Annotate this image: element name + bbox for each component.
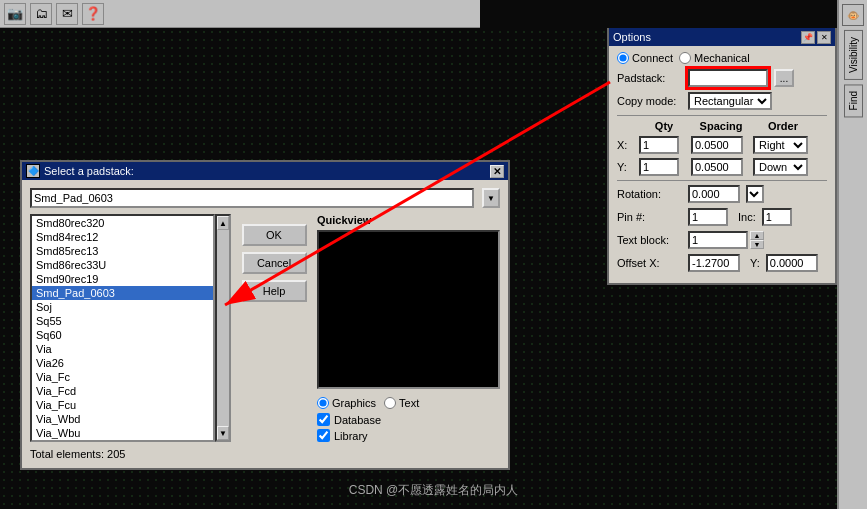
ok-btn[interactable]: OK (242, 224, 307, 246)
list-item[interactable]: Via (32, 342, 213, 356)
combo-input[interactable] (30, 188, 474, 208)
dialog-close-btn[interactable]: ✕ (490, 165, 504, 178)
toolbar-icon-help[interactable]: ❓ (82, 3, 104, 25)
list-item[interactable]: Smd85rec13 (32, 244, 213, 258)
dialog-body: ▼ Smd80rec320 Smd84rec12 Smd85rec13 Smd8… (22, 180, 508, 468)
padstack-list[interactable]: Smd80rec320 Smd84rec12 Smd85rec13 Smd86r… (30, 214, 215, 442)
options-title: Options (613, 31, 651, 43)
list-item[interactable]: Smd80rec320 (32, 216, 213, 230)
scroll-down[interactable]: ▼ (217, 426, 229, 440)
cancel-btn[interactable]: Cancel (242, 252, 307, 274)
options-body: Connect Mechanical Padstack: ... Copy mo… (609, 46, 835, 283)
padstack-browse-btn[interactable]: ... (774, 69, 794, 87)
sidebar-tab-find[interactable]: Find (844, 84, 863, 117)
offset-y-input[interactable] (766, 254, 818, 272)
spacing-header: Spacing (691, 120, 751, 132)
y-row: Y: Down Up (617, 158, 827, 176)
y-order-select[interactable]: Down Up (753, 158, 808, 176)
toolbar-icon-mail[interactable]: ✉ (56, 3, 78, 25)
text-radio-item: Text (384, 397, 419, 409)
quickview-canvas (317, 230, 500, 389)
right-sidebar: 🐵 Visibility Find (837, 0, 867, 509)
combo-arrow-btn[interactable]: ▼ (482, 188, 500, 208)
list-item-selected[interactable]: Smd_Pad_0603 (32, 286, 213, 300)
options-close-btn[interactable]: ✕ (817, 31, 831, 44)
list-item[interactable]: Smd90rec19 (32, 272, 213, 286)
text-block-down[interactable]: ▼ (750, 240, 764, 249)
text-block-up[interactable]: ▲ (750, 231, 764, 240)
qty-header: Qty (639, 120, 689, 132)
offset-y-label: Y: (750, 257, 760, 269)
copy-mode-select[interactable]: Rectangular (688, 92, 772, 110)
total-value: 205 (107, 448, 125, 460)
scroll-up[interactable]: ▲ (217, 216, 229, 230)
rotation-label: Rotation: (617, 188, 682, 200)
inc-label: Inc: (738, 211, 756, 223)
rotation-input[interactable] (688, 185, 740, 203)
options-grid-header: Qty Spacing Order (617, 120, 827, 132)
offset-x-label: Offset X: (617, 257, 682, 269)
toolbar-icon-folder[interactable]: 🗂 (30, 3, 52, 25)
x-qty-input[interactable] (639, 136, 679, 154)
list-item[interactable]: Sq60 (32, 328, 213, 342)
graphics-radio-item: Graphics (317, 397, 376, 409)
quickview-panel: Quickview Graphics Text Database (317, 214, 500, 442)
connect-row: Connect Mechanical (617, 52, 827, 64)
database-label: Database (334, 414, 381, 426)
sidebar-tab-visibility[interactable]: Visibility (844, 30, 863, 80)
list-item[interactable]: Via_Fcu (32, 398, 213, 412)
rotation-select[interactable]: ▼ (746, 185, 764, 203)
offset-x-input[interactable] (688, 254, 740, 272)
text-block-label: Text block: (617, 234, 682, 246)
dialog-title: Select a padstack: (44, 165, 134, 177)
list-item[interactable]: Via26 (32, 356, 213, 370)
connect-radio[interactable] (617, 52, 629, 64)
y-qty-input[interactable] (639, 158, 679, 176)
database-checkbox-item: Database (317, 413, 500, 426)
options-pin-btn[interactable]: 📌 (801, 31, 815, 44)
connect-radio-item: Connect (617, 52, 673, 64)
pin-row: Pin #: Inc: (617, 208, 827, 226)
padstack-input[interactable] (688, 69, 768, 87)
graphics-label: Graphics (332, 397, 376, 409)
list-scrollbar[interactable]: ▲ ▼ (215, 214, 231, 442)
list-item[interactable]: Soj (32, 300, 213, 314)
list-item[interactable]: Via_Wbu (32, 426, 213, 440)
list-item[interactable]: Via_Fc (32, 370, 213, 384)
mechanical-label: Mechanical (694, 52, 750, 64)
list-item[interactable]: Smd86rec33U (32, 258, 213, 272)
y-label: Y: (617, 161, 637, 173)
sidebar-monkey-btn[interactable]: 🐵 (842, 4, 864, 26)
list-item[interactable]: Sq55 (32, 314, 213, 328)
mechanical-radio[interactable] (679, 52, 691, 64)
graphics-radio[interactable] (317, 397, 329, 409)
text-radio[interactable] (384, 397, 396, 409)
list-item[interactable]: Via_Wbd (32, 412, 213, 426)
dialog-titlebar: 🔷 Select a padstack: ✕ (22, 162, 508, 180)
rotation-row: Rotation: ▼ (617, 185, 827, 203)
offset-row: Offset X: Y: (617, 254, 827, 272)
text-block-input[interactable] (688, 231, 748, 249)
inc-input[interactable] (762, 208, 792, 226)
x-spacing-input[interactable] (691, 136, 743, 154)
padstack-label: Padstack: (617, 72, 682, 84)
x-order-select[interactable]: Right Left (753, 136, 808, 154)
library-checkbox[interactable] (317, 429, 330, 442)
total-label: Total elements: (30, 448, 104, 460)
y-spacing-input[interactable] (691, 158, 743, 176)
list-item[interactable]: Smd84rec12 (32, 230, 213, 244)
pin-label: Pin #: (617, 211, 682, 223)
pin-input[interactable] (688, 208, 728, 226)
connect-label: Connect (632, 52, 673, 64)
database-checkbox[interactable] (317, 413, 330, 426)
text-block-spin: ▲ ▼ (688, 231, 764, 249)
help-btn[interactable]: Help (242, 280, 307, 302)
toolbar-icon-camera[interactable]: 📷 (4, 3, 26, 25)
mechanical-radio-item: Mechanical (679, 52, 750, 64)
dialog-bottom: Total elements: 205 (30, 448, 500, 460)
dialog-title-icon: 🔷 (26, 164, 40, 178)
buttons-panel: OK Cancel Help (239, 214, 309, 442)
list-item[interactable]: Via_Fcd (32, 384, 213, 398)
text-label: Text (399, 397, 419, 409)
radio-options-row: Graphics Text (317, 397, 500, 409)
